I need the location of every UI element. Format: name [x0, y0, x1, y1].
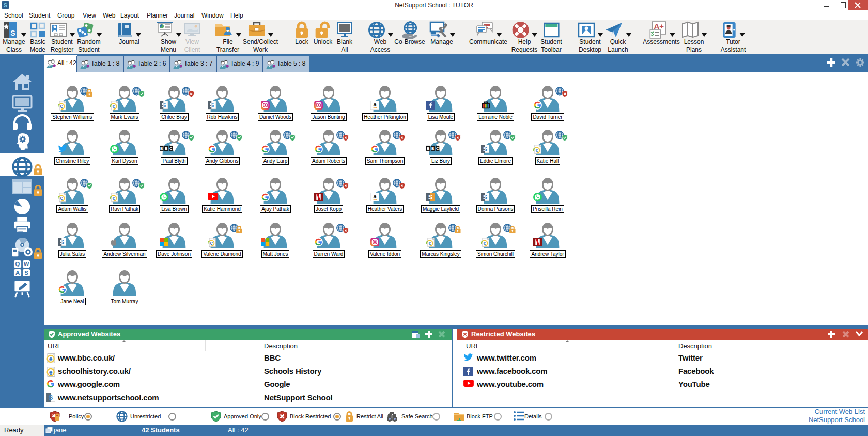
svg-text:e: e	[210, 240, 213, 246]
svg-text:B: B	[165, 146, 168, 151]
svg-text:e: e	[60, 195, 63, 201]
svg-text:W: W	[23, 261, 29, 267]
svg-text:e: e	[49, 355, 53, 363]
svg-text:B: B	[427, 146, 430, 151]
svg-text:a: a	[373, 101, 377, 107]
svg-text:e: e	[535, 147, 538, 153]
svg-text:B: B	[431, 146, 435, 151]
svg-text:e: e	[112, 103, 115, 109]
svg-text:B: B	[160, 146, 163, 151]
svg-text:S: S	[428, 193, 433, 201]
svg-text:A+: A+	[654, 22, 664, 30]
svg-text:S: S	[10, 29, 15, 37]
svg-text:e: e	[112, 195, 115, 201]
svg-text:Q: Q	[15, 261, 20, 267]
svg-text:e: e	[428, 240, 431, 246]
svg-text:e: e	[49, 369, 53, 376]
svg-text:C: C	[169, 146, 173, 151]
svg-text:a: a	[373, 193, 377, 199]
svg-text:S: S	[49, 394, 53, 401]
svg-text:C: C	[436, 146, 439, 151]
svg-text:e: e	[483, 240, 486, 246]
svg-text:A: A	[15, 270, 19, 276]
svg-text:S: S	[24, 270, 28, 276]
svg-text:e: e	[60, 103, 63, 109]
